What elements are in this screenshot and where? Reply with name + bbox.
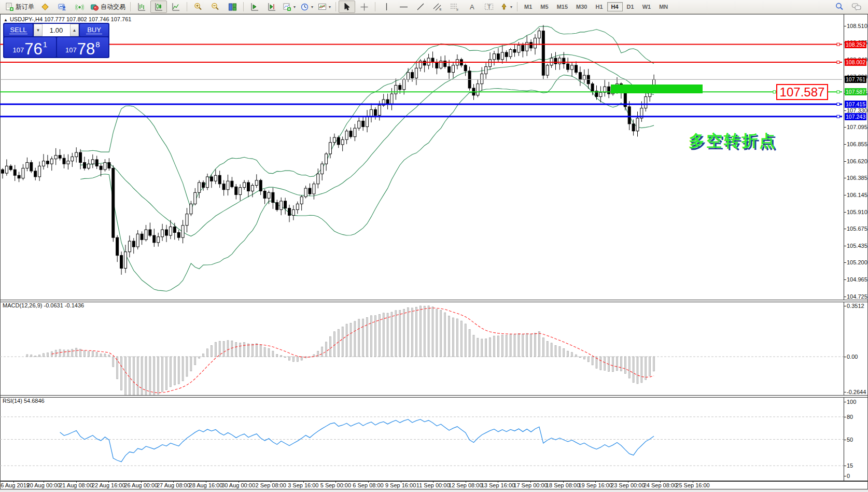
volume-value[interactable]: 1.00	[43, 24, 70, 36]
macd-indicator-label: MACD(12,26,9) -0.0631 -0.1436	[3, 302, 84, 308]
date-tick-mark	[660, 481, 661, 483]
date-tick-label: 3 Sep 16:00	[288, 482, 318, 488]
trendline-icon	[416, 3, 425, 11]
level-line-handle[interactable]	[837, 91, 839, 93]
accounts-button[interactable]	[54, 1, 71, 13]
new-order-button[interactable]: 新订单	[3, 1, 36, 13]
timeframe-button-m15[interactable]: M15	[553, 2, 572, 11]
volume-decrease-button[interactable]: ▼	[34, 24, 43, 36]
date-tick-mark	[530, 481, 531, 483]
chart-shift-button[interactable]	[263, 1, 280, 13]
chart-title: ▲USDJPY-,H4 107.777 107.802 107.746 107.…	[4, 16, 131, 22]
line-chart-mode-button[interactable]	[167, 1, 184, 13]
date-tick-label: 23 Sep 00:00	[611, 482, 645, 488]
date-tick-label: 11 Sep 00:00	[416, 482, 450, 488]
level-line-handle[interactable]	[837, 115, 839, 118]
svg-text:T: T	[487, 4, 491, 10]
fibonacci-tool[interactable]: F	[446, 1, 463, 13]
date-tick-mark	[466, 481, 466, 483]
timeframe-button-h4[interactable]: H4	[607, 2, 623, 11]
timeframe-button-m1[interactable]: M1	[520, 2, 536, 11]
pivot-annotation-text[interactable]: 多空转折点	[689, 130, 777, 152]
arrows-tool[interactable]: ▾	[498, 1, 514, 13]
search-button[interactable]	[831, 1, 848, 13]
horizontal-line-tool[interactable]	[395, 1, 412, 13]
date-tick-mark	[108, 481, 109, 483]
timeframe-button-h1[interactable]: H1	[591, 2, 607, 11]
rsi-tick-label: 0	[847, 473, 868, 479]
date-tick-label: 9 Sep 16:00	[385, 482, 416, 488]
axis-tick	[844, 417, 846, 417]
buy-button[interactable]: BUY	[80, 24, 108, 36]
volume-spinner: ▼ 1.00 ▲	[34, 24, 79, 36]
timeframe-button-d1[interactable]: D1	[623, 2, 638, 11]
sell-button[interactable]: SELL	[4, 24, 33, 36]
cursor-tool-button[interactable]	[339, 1, 355, 13]
chat-button[interactable]	[848, 1, 865, 13]
axis-tick	[844, 229, 846, 229]
new-order-label: 新订单	[16, 3, 34, 11]
macd-tick-label: 0.3512	[847, 303, 868, 309]
gold-diamond-icon	[41, 3, 49, 11]
ohlc-bars-icon	[137, 3, 146, 11]
rsi-panel-divider[interactable]	[1, 395, 867, 398]
green-line-handle[interactable]	[773, 91, 776, 93]
auto-trading-button[interactable]: 自动交易	[88, 1, 128, 13]
candlestick-mode-button[interactable]	[150, 1, 167, 13]
tile-windows-button[interactable]	[224, 1, 241, 13]
axis-tick	[844, 392, 846, 392]
collapse-triangle-icon[interactable]: ▲	[4, 18, 8, 22]
candlestick-icon	[155, 3, 163, 11]
macd-panel	[0, 306, 844, 401]
axis-tick	[844, 161, 846, 162]
line-chart-icon	[172, 3, 180, 11]
new-chart-button[interactable]: ▾	[281, 1, 298, 13]
level-line-handle[interactable]	[837, 43, 839, 46]
volume-increase-button[interactable]: ▲	[70, 24, 79, 36]
auto-scroll-button[interactable]	[246, 1, 263, 13]
price-level-label-box[interactable]: 107.587	[776, 84, 828, 100]
text-label-tool[interactable]: T	[481, 1, 497, 13]
date-tick-label: 17 Sep 00:00	[513, 482, 547, 488]
axis-tick	[844, 279, 846, 280]
green-highlight-rectangle[interactable]	[611, 85, 703, 93]
periods-button[interactable]: ▾	[298, 1, 315, 13]
dropdown-caret: ▾	[311, 5, 313, 9]
new-chart-icon	[283, 3, 291, 11]
timeframe-button-m30[interactable]: M30	[572, 2, 591, 11]
price-tick-label: 105.675	[847, 226, 868, 232]
date-tick-label: 18 Sep 08:00	[546, 482, 580, 488]
crosshair-tool-button[interactable]	[356, 1, 372, 13]
buy-price-display[interactable]: 107788	[57, 37, 109, 57]
axis-tick	[844, 127, 846, 128]
date-tick-label: 27 Aug 08:00	[157, 482, 190, 488]
axis-tick	[844, 476, 846, 476]
macd-tick-label: 0.00	[847, 354, 868, 360]
level-line-handle[interactable]	[837, 61, 839, 64]
macd-histogram	[26, 306, 655, 401]
price-tick-label: 104.965	[847, 276, 868, 283]
timeframe-button-mn[interactable]: MN	[655, 2, 672, 11]
bar-chart-mode-button[interactable]	[133, 1, 150, 13]
price-tick-label: 108.510	[847, 23, 868, 29]
vertical-line-tool[interactable]	[378, 1, 395, 13]
text-tool[interactable]: A	[464, 1, 480, 13]
date-tick-mark	[595, 481, 596, 483]
sell-price-display[interactable]: 107761	[4, 37, 56, 57]
date-tick-mark	[335, 481, 336, 483]
chart-canvas[interactable]	[0, 0, 868, 492]
market-watch-button[interactable]	[37, 1, 53, 13]
templates-button[interactable]: ▾	[316, 1, 333, 13]
trendline-tool[interactable]	[412, 1, 429, 13]
axis-tick	[844, 110, 846, 111]
date-tick-label: 12 Sep 08:00	[449, 482, 482, 488]
zoom-out-button[interactable]	[207, 1, 223, 13]
equidistant-channel-tool[interactable]: E	[429, 1, 446, 13]
zoom-in-button[interactable]	[190, 1, 206, 13]
timeframe-button-m5[interactable]: M5	[536, 2, 552, 11]
macd-panel-divider[interactable]	[1, 300, 867, 302]
signals-button[interactable]	[71, 1, 88, 13]
timeframe-button-w1[interactable]: W1	[638, 2, 655, 11]
level-line-handle[interactable]	[837, 103, 839, 106]
price-badge-107.243: 107.243	[845, 113, 866, 120]
